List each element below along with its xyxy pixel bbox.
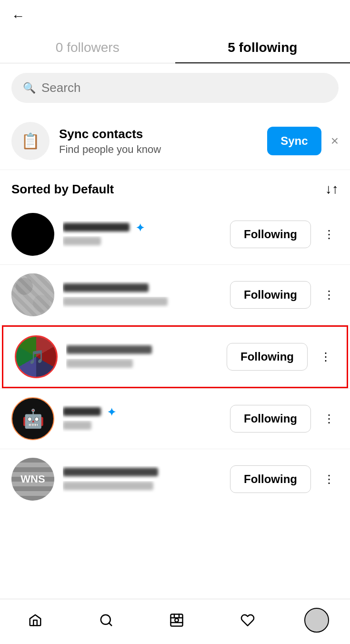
tab-followers[interactable]: 0 followers xyxy=(0,32,175,63)
user-sub xyxy=(63,236,221,248)
more-options-button[interactable]: ⋮ xyxy=(320,410,339,427)
user-info xyxy=(63,282,221,308)
avatar: 🤖 xyxy=(11,397,54,440)
sync-subtitle: Find people you know xyxy=(59,143,258,156)
sync-title: Sync contacts xyxy=(59,127,258,141)
user-name xyxy=(66,343,218,357)
following-button[interactable]: Following xyxy=(230,465,311,493)
user-item: 🤖 ✦ Following ⋮ xyxy=(0,389,350,449)
user-name: ✦ xyxy=(63,221,221,234)
search-input[interactable] xyxy=(41,80,327,95)
user-name xyxy=(63,282,221,295)
user-item: WNS Following ⋮ xyxy=(0,449,350,509)
user-info xyxy=(63,466,221,493)
user-list: ✦ Following ⋮ Following ⋮ 🎵 xyxy=(0,204,350,509)
sort-row: Sorted by Default ↓↑ xyxy=(0,170,350,204)
sync-close-button[interactable]: × xyxy=(331,133,339,149)
nav-home-button[interactable] xyxy=(21,608,50,632)
more-options-button[interactable]: ⋮ xyxy=(320,286,339,303)
user-item: Following ⋮ xyxy=(0,265,350,325)
user-info xyxy=(66,343,218,370)
sync-contacts-icon: 📋 xyxy=(11,122,50,160)
following-button[interactable]: Following xyxy=(230,405,311,433)
user-name: ✦ xyxy=(63,405,221,419)
user-item: ✦ Following ⋮ xyxy=(0,204,350,264)
more-options-button[interactable]: ⋮ xyxy=(320,226,339,243)
user-info: ✦ xyxy=(63,405,221,432)
search-bar: 🔍 xyxy=(11,73,339,103)
following-button[interactable]: Following xyxy=(227,343,308,371)
sync-button[interactable]: Sync xyxy=(267,127,321,155)
sync-text: Sync contacts Find people you know xyxy=(59,127,258,156)
avatar: WNS xyxy=(11,458,54,501)
search-icon: 🔍 xyxy=(23,82,36,94)
user-item-highlighted: 🎵 Following ⋮ xyxy=(2,325,348,388)
svg-rect-2 xyxy=(171,614,183,626)
sync-section: 📋 Sync contacts Find people you know Syn… xyxy=(0,112,350,170)
back-button[interactable]: ← xyxy=(11,10,25,23)
tab-following[interactable]: 5 following xyxy=(175,32,350,63)
user-name xyxy=(63,466,221,479)
more-options-button[interactable]: ⋮ xyxy=(320,471,339,488)
sort-label: Sorted by Default xyxy=(11,182,114,197)
nav-heart-button[interactable] xyxy=(233,608,262,632)
header: ← xyxy=(0,0,350,28)
avatar xyxy=(11,213,54,256)
avatar: 🎵 xyxy=(15,335,58,378)
search-container: 🔍 xyxy=(0,63,350,112)
avatar xyxy=(11,273,54,316)
following-button[interactable]: Following xyxy=(230,281,311,309)
more-options-button[interactable]: ⋮ xyxy=(316,348,335,365)
nav-search-button[interactable] xyxy=(92,608,120,632)
user-sub xyxy=(63,421,221,432)
bottom-nav xyxy=(0,599,350,644)
nav-profile-button[interactable] xyxy=(304,608,329,633)
following-button[interactable]: Following xyxy=(230,221,311,248)
user-sub xyxy=(63,297,221,308)
user-info: ✦ xyxy=(63,221,221,248)
sort-icon[interactable]: ↓↑ xyxy=(325,181,339,197)
tabs-container: 0 followers 5 following xyxy=(0,32,350,63)
user-sub xyxy=(66,359,218,370)
svg-point-3 xyxy=(175,618,179,622)
svg-line-1 xyxy=(109,623,111,625)
user-sub xyxy=(63,481,221,493)
nav-reels-button[interactable] xyxy=(162,608,191,632)
